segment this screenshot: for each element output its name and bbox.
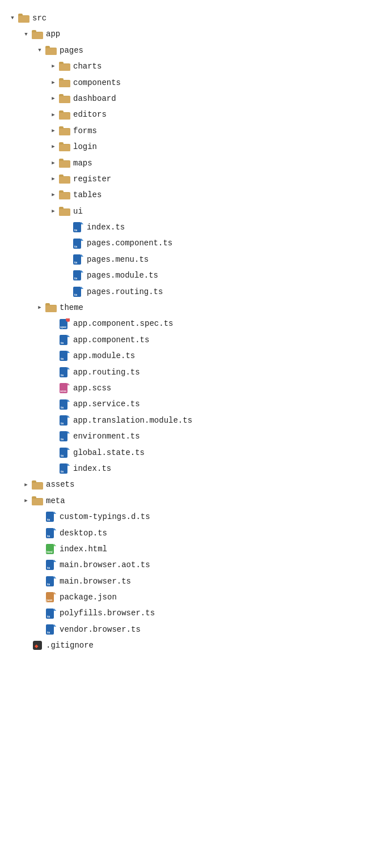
tree-item-app[interactable]: app (6, 26, 383, 42)
item-label: pages.routing.ts (87, 286, 163, 298)
tree-item-main-browser-aot-ts[interactable]: ts main.browser.aot.ts (6, 557, 383, 573)
chevron-right-icon (22, 496, 31, 505)
tree-item-app-scss[interactable]: scss app.scss (6, 380, 383, 396)
tree-item-charts[interactable]: charts (6, 58, 383, 74)
item-label: app.service.ts (73, 398, 140, 410)
spec-icon: spec (59, 319, 70, 329)
tree-item-editors[interactable]: editors (6, 107, 383, 122)
tree-item-register[interactable]: register (6, 171, 383, 187)
tree-item-main-browser-ts[interactable]: ts main.browser.ts (6, 573, 383, 589)
item-label: index.ts (73, 462, 111, 475)
tree-item-environment-ts[interactable]: ts environment.ts (6, 428, 383, 444)
tree-item-index-html[interactable]: html index.html (6, 541, 383, 557)
chevron-right-icon (22, 480, 31, 490)
item-label: app.component.ts (73, 334, 149, 346)
svg-marker-119 (54, 544, 56, 546)
svg-text:ts: ts (61, 341, 64, 344)
tree-item-pages[interactable]: pages (6, 42, 383, 58)
chevron-right-icon (49, 190, 58, 199)
folder-icon (59, 142, 70, 152)
svg-marker-69 (67, 335, 70, 337)
tree-item-index-ts-pages[interactable]: ts index.ts (6, 219, 383, 235)
svg-text:ts: ts (61, 406, 64, 409)
tree-item-app-module-ts[interactable]: ts app.module.ts (6, 348, 383, 364)
svg-text:scss: scss (60, 389, 66, 393)
tree-item-dashboard[interactable]: dashboard (6, 91, 383, 107)
chevron-right-icon (49, 110, 58, 120)
chevron-right-icon (49, 126, 58, 135)
tree-item-components[interactable]: components (6, 75, 383, 91)
chevron-down-icon (22, 30, 31, 39)
svg-rect-17 (59, 96, 70, 103)
tree-item-theme[interactable]: theme (6, 300, 383, 316)
tree-item-desktop-ts[interactable]: ts desktop.ts (6, 525, 383, 541)
svg-marker-45 (81, 239, 83, 241)
tree-item-polyfills-browser-ts[interactable]: ts polyfills.browser.ts (6, 605, 383, 621)
item-label: index.html (60, 543, 107, 555)
tree-item-app-routing-ts[interactable]: ts app.routing.ts (6, 364, 383, 380)
tree-item-gitignore[interactable]: ◆ .gitignore (6, 637, 383, 653)
svg-text:json: json (46, 598, 52, 602)
chevron-right-icon (49, 94, 58, 103)
ts-icon: ts (73, 254, 84, 265)
tree-item-src[interactable]: src (6, 10, 383, 26)
tree-item-package-json[interactable]: json package.json (6, 589, 383, 605)
tree-item-ui[interactable]: ui (6, 203, 383, 219)
ts-icon: ts (73, 287, 84, 297)
item-label: app.module.ts (73, 350, 135, 362)
folder-icon (32, 480, 43, 490)
tree-item-app-component-ts[interactable]: ts app.component.ts (6, 332, 383, 348)
folder-icon (59, 93, 70, 104)
svg-text:ts: ts (47, 518, 50, 521)
tree-item-forms[interactable]: forms (6, 123, 383, 139)
svg-marker-127 (54, 576, 56, 578)
ts-icon: ts (73, 222, 84, 232)
tree-item-pages-menu-ts[interactable]: ts pages.menu.ts (6, 252, 383, 267)
tree-item-pages-component-ts[interactable]: ts pages.component.ts (6, 235, 383, 251)
item-label: index.ts (87, 221, 125, 233)
tree-item-login[interactable]: login (6, 139, 383, 155)
tree-item-app-service-ts[interactable]: ts app.service.ts (6, 396, 383, 412)
tree-item-app-translation-module-ts[interactable]: ts app.translation.module.ts (6, 412, 383, 428)
html-icon: html (45, 544, 57, 554)
svg-rect-38 (59, 209, 70, 216)
svg-marker-101 (67, 463, 70, 466)
tree-item-index-ts-app[interactable]: ts index.ts (6, 461, 383, 476)
tree-item-app-component-spec-ts[interactable]: spec app.component.spec.ts (6, 316, 383, 331)
folder-icon (59, 174, 70, 184)
svg-marker-49 (81, 254, 83, 257)
item-label: app.component.spec.ts (73, 317, 173, 330)
item-label: forms (73, 125, 97, 137)
folder-icon (59, 61, 70, 71)
ts-icon: ts (73, 270, 84, 280)
svg-marker-85 (67, 399, 70, 402)
tree-item-meta[interactable]: meta (6, 493, 383, 509)
svg-rect-23 (59, 129, 70, 135)
item-label: desktop.ts (60, 527, 107, 539)
item-label: meta (46, 495, 65, 507)
svg-marker-93 (67, 431, 70, 433)
tree-item-global-state-ts[interactable]: ts global.state.ts (6, 445, 383, 461)
item-label: package.json (60, 591, 117, 603)
tree-item-tables[interactable]: tables (6, 187, 383, 203)
folder-icon (59, 206, 70, 216)
json-icon: json (45, 592, 57, 602)
item-label: assets (46, 478, 74, 491)
svg-rect-61 (45, 305, 57, 312)
tree-item-maps[interactable]: maps (6, 155, 383, 171)
ts-icon: ts (59, 463, 70, 474)
tree-item-vendor-browser-ts[interactable]: ts vendor.browser.ts (6, 622, 383, 637)
svg-rect-105 (32, 483, 43, 490)
svg-text:ts: ts (74, 293, 78, 296)
tree-item-pages-routing-ts[interactable]: ts pages.routing.ts (6, 284, 383, 300)
chevron-down-icon (8, 14, 17, 23)
tree-item-custom-typings-d-ts[interactable]: ts custom-typings.d.ts (6, 509, 383, 525)
tree-item-assets[interactable]: assets (6, 476, 383, 492)
svg-rect-108 (32, 499, 43, 505)
item-label: editors (73, 108, 107, 121)
tree-item-pages-module-ts[interactable]: ts pages.module.ts (6, 267, 383, 283)
item-label: register (73, 173, 111, 185)
item-label: components (73, 76, 121, 89)
chevron-right-icon (49, 175, 58, 184)
ts-icon: ts (59, 415, 70, 426)
